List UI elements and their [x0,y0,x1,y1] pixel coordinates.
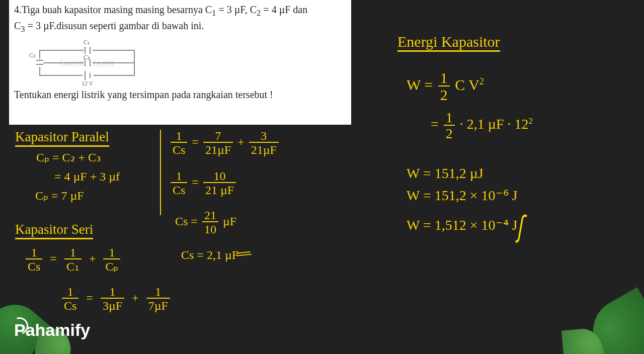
circuit-diagram: Gurumuda.net C₁ C₂ C₃ 12 V [29,40,145,85]
hw-parallel-title: Kapasitor Paralel [15,130,109,147]
prob-line2-a: C [14,20,21,31]
hw-mid-3: Cs = 2110 µF [175,209,236,235]
hw-w-sub: = 12 · 2,1 µF · 122 [431,111,533,141]
problem-statement: 4.Tiga buah kapasitor masing masing besa… [14,3,346,35]
hw-w-r3: W = 1,512 × 10⁻⁴ Jʃ [407,210,526,243]
problem-question: Tentukan energi listrik yang tersimpan p… [14,88,346,102]
hw-cp-eq1: Cₚ = C₂ + C₃ [36,151,101,164]
pahamify-logo: Pahamify [14,320,90,340]
hw-w-formula: W = 12 C V2 [407,70,484,103]
label-c2: C₂ [29,52,36,59]
hw-mid-2: 1Cs = 1021 µF [169,170,237,196]
prob-line1-a: 4.Tiga buah kapasitor masing masing besa… [14,4,212,15]
hw-mid-4: Cs = 2,1 µF// [181,241,246,263]
label-c3: C₃ [84,54,90,61]
problem-box: 4.Tiga buah kapasitor masing masing besa… [9,0,351,125]
divider-line [160,130,161,215]
label-v: 12 V [82,80,93,87]
hw-series-title: Kapasitor Seri [15,222,93,239]
hw-series-eq1: 1Cs = 1C₁ + 1Cₚ [24,246,122,273]
prob-line1-b: = 3 µF, C [216,4,257,15]
hw-cp-eq2: = 4 µF + 3 µf [54,170,120,183]
prob-line1-c: = 4 µF dan [261,4,307,15]
hw-cp-eq3: Cₚ = 7 µF [35,189,84,202]
label-c1: C₁ [84,39,90,46]
hw-series-eq2: 1Cs = 13µF + 17µF [60,286,172,312]
hw-mid-1: 1Cs = 721µF + 321µF [169,130,280,156]
logo-text-rest: ahamify [26,320,91,339]
prob-line2-b: = 3 µF.disusun seperti gambar di bawah i… [25,20,204,31]
hw-w-r1: W = 151,2 µJ [407,166,484,182]
hw-energy-title: Energi Kapasitor [397,33,500,52]
hw-w-r2: W = 151,2 × 10⁻⁶ J [407,188,517,204]
